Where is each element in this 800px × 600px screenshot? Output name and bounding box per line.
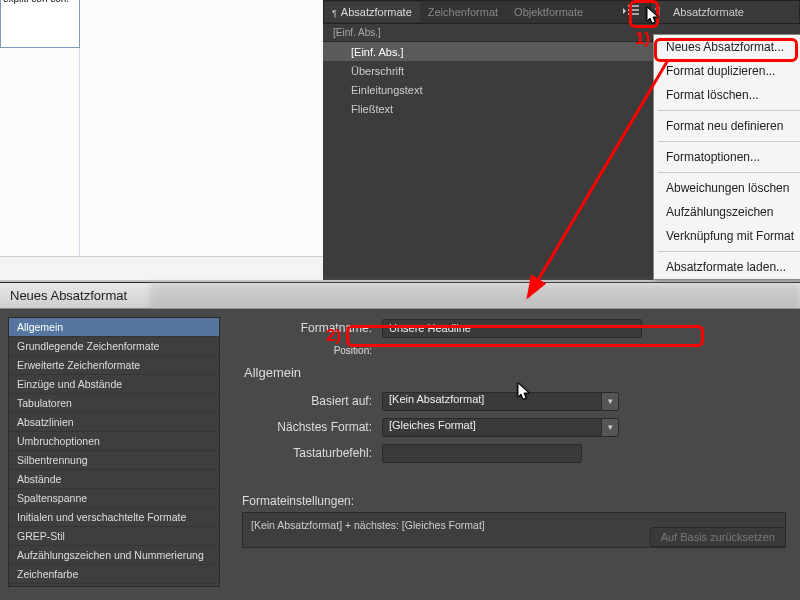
menu-link[interactable]: Verknüpfung mit Format <box>654 224 800 248</box>
menu-duplicate[interactable]: Format duplizieren... <box>654 59 800 83</box>
cat-item[interactable]: Einzüge und Abstände <box>9 375 219 394</box>
text-frame[interactable]: expliti con con. <box>0 0 80 48</box>
menu-load[interactable]: Absatzformate laden... <box>654 255 800 279</box>
tab-absatzformate[interactable]: Absatzformate <box>324 2 420 22</box>
panel-menu-button[interactable] <box>620 2 642 20</box>
dialog-title: Neues Absatzformat <box>0 283 800 309</box>
tab-zeichenformat[interactable]: Zeichenformat <box>420 2 506 22</box>
dialog-category-list[interactable]: Allgemein Grundlegende Zeichenformate Er… <box>8 317 220 587</box>
menu-clear-overrides[interactable]: Abweichungen löschen <box>654 176 800 200</box>
cat-item[interactable]: Zeichenfarbe <box>9 565 219 584</box>
aux-panel[interactable]: ¶ Absatzformate <box>650 0 800 24</box>
reset-button[interactable]: Auf Basis zurücksetzen <box>650 527 786 547</box>
settings-label: Formateinstellungen: <box>242 494 786 508</box>
chevron-down-icon[interactable]: ▾ <box>601 392 619 411</box>
next-style-label: Nächstes Format: <box>242 420 382 434</box>
cat-item[interactable]: Abstände <box>9 470 219 489</box>
cat-item[interactable]: Absatzlinien <box>9 413 219 432</box>
cat-item[interactable]: Allgemein <box>9 318 219 337</box>
cat-item[interactable]: Erweiterte Zeichenformate <box>9 356 219 375</box>
tab-objektformate[interactable]: Objektformate <box>506 2 591 22</box>
cat-item[interactable]: Silbentrennung <box>9 451 219 470</box>
hamburger-icon <box>623 5 639 17</box>
position-label: Position: <box>242 345 382 356</box>
based-on-select[interactable]: [Kein Absatzformat] <box>382 392 602 411</box>
formatname-label: Formatname: <box>242 321 382 335</box>
menu-delete[interactable]: Format löschen... <box>654 83 800 107</box>
cat-item[interactable]: GREP-Stil <box>9 527 219 546</box>
shortcut-input[interactable] <box>382 444 582 463</box>
new-paragraph-style-dialog: Neues Absatzformat Allgemein Grundlegend… <box>0 282 800 600</box>
menu-new-style[interactable]: Neues Absatzformat... <box>654 35 800 59</box>
cat-item[interactable]: Grundlegende Zeichenformate <box>9 337 219 356</box>
cat-item[interactable]: Umbruchoptionen <box>9 432 219 451</box>
cat-item[interactable]: Aufzählungszeichen und Nummerierung <box>9 546 219 565</box>
aux-label: Absatzformate <box>673 6 744 18</box>
formatname-input[interactable] <box>382 319 642 338</box>
menu-bullets[interactable]: Aufzählungszeichen <box>654 200 800 224</box>
paragraph-icon: ¶ <box>655 6 660 17</box>
frame-text: expliti con con. <box>3 0 69 4</box>
ruler <box>0 256 323 280</box>
cat-item[interactable]: Spaltenspanne <box>9 489 219 508</box>
menu-redefine[interactable]: Format neu definieren <box>654 114 800 138</box>
annotation-number-1: 1) <box>635 29 650 49</box>
menu-options[interactable]: Formatoptionen... <box>654 145 800 169</box>
chevron-down-icon[interactable]: ▾ <box>601 418 619 437</box>
section-header: Allgemein <box>244 365 786 380</box>
shortcut-label: Tastaturbefehl: <box>242 446 382 460</box>
panel-flyout-menu: Neues Absatzformat... Format duplizieren… <box>653 34 800 280</box>
next-style-select[interactable]: [Gleiches Format] <box>382 418 602 437</box>
cat-item[interactable]: Initialen und verschachtelte Formate <box>9 508 219 527</box>
based-on-label: Basiert auf: <box>242 394 382 408</box>
cat-item[interactable]: Tabulatoren <box>9 394 219 413</box>
cat-item[interactable]: OpenType-Funktionen <box>9 584 219 587</box>
annotation-number-2: 2) <box>326 326 341 346</box>
